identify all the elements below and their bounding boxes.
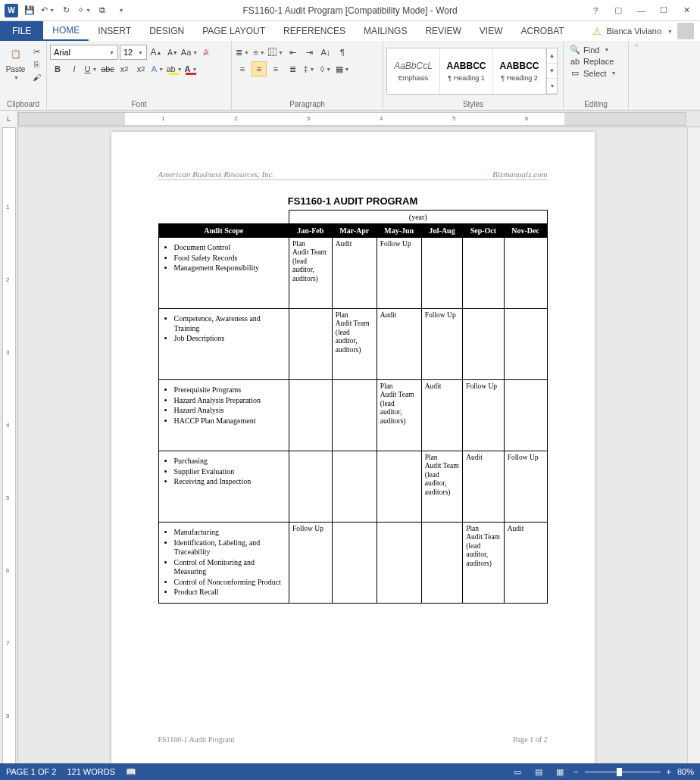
align-left-icon[interactable]: ≡ — [235, 61, 250, 76]
document-scroll[interactable]: American Business Resources, Inc. Bizman… — [18, 127, 687, 765]
tab-view[interactable]: VIEW — [470, 21, 512, 41]
tab-acrobat[interactable]: ACROBAT — [511, 21, 573, 41]
ribbon-display-icon[interactable]: ▢ — [608, 3, 629, 18]
zoom-in-button[interactable]: + — [667, 767, 671, 776]
word-app-icon[interactable]: W — [3, 2, 20, 19]
window-title: FS1160-1 Audit Program [Compatibility Mo… — [242, 5, 457, 16]
save-icon[interactable]: 💾 — [21, 2, 38, 19]
copy-icon[interactable]: ⎘ — [30, 58, 43, 70]
scope-cell: Competence, Awareness and TrainingJob De… — [158, 309, 289, 380]
borders-icon[interactable]: ▦▼ — [335, 61, 350, 76]
close-icon[interactable]: ✕ — [676, 3, 697, 18]
shading-icon[interactable]: ◊▼ — [318, 61, 333, 76]
tab-design[interactable]: DESIGN — [140, 21, 193, 41]
scope-item: Purchasing — [174, 457, 286, 466]
print-layout-icon[interactable]: ▤ — [531, 766, 546, 778]
align-center-icon[interactable]: ≡ — [252, 61, 267, 76]
table-row: Document ControlFood Safety RecordsManag… — [158, 238, 547, 309]
period-cell: Follow Up — [289, 523, 332, 604]
decrease-indent-icon[interactable]: ⇤ — [285, 45, 300, 60]
status-page[interactable]: PAGE 1 OF 2 — [6, 767, 56, 777]
italic-button[interactable]: I — [67, 61, 82, 76]
help-icon[interactable]: ? — [585, 3, 606, 18]
qat-customize-icon[interactable]: ▼ — [112, 2, 129, 19]
document-page[interactable]: American Business Resources, Inc. Bizman… — [111, 132, 595, 765]
font-size-combo[interactable]: 12▼ — [120, 45, 147, 60]
tab-pagelayout[interactable]: PAGE LAYOUT — [193, 21, 274, 41]
qat-item-icon[interactable]: ✧▼ — [76, 2, 92, 19]
scope-item: Competence, Awareness and Training — [174, 314, 286, 333]
increase-indent-icon[interactable]: ⇥ — [302, 45, 317, 60]
table-header-row: Audit Scope Jan-Feb Mar-Apr May-Jun Jul-… — [158, 224, 547, 238]
user-area[interactable]: ⚠ Bianca Viviano ▼ — [592, 21, 700, 41]
status-words[interactable]: 121 WORDS — [67, 767, 115, 777]
grow-font-icon[interactable]: A▲ — [148, 45, 164, 60]
multilevel-icon[interactable]: ⿲▼ — [268, 45, 283, 60]
change-case-icon[interactable]: Aa▼ — [182, 45, 197, 60]
numbering-icon[interactable]: ≡▼ — [252, 45, 267, 60]
tab-insert[interactable]: INSERT — [89, 21, 140, 41]
maximize-icon[interactable]: ☐ — [653, 3, 674, 18]
web-layout-icon[interactable]: ▦ — [552, 766, 567, 778]
superscript-button[interactable]: x2 — [133, 61, 148, 76]
tab-file[interactable]: FILE — [0, 21, 43, 41]
period-cell — [289, 451, 332, 523]
undo-icon[interactable]: ↶▼ — [39, 2, 56, 19]
scope-item: Control of Nonconforming Product — [174, 578, 286, 588]
period-cell — [332, 523, 377, 604]
select-button[interactable]: ▭Select▼ — [567, 67, 620, 79]
format-painter-icon[interactable]: 🖌 — [30, 71, 43, 83]
period-cell — [463, 309, 504, 380]
bold-button[interactable]: B — [50, 61, 65, 76]
qat-item2-icon[interactable]: ⧉ — [94, 2, 111, 19]
read-mode-icon[interactable]: ▭ — [510, 766, 525, 778]
align-right-icon[interactable]: ≡ — [268, 61, 283, 76]
redo-icon[interactable]: ↻ — [58, 2, 74, 19]
period-cell: Audit — [421, 380, 462, 451]
tab-review[interactable]: REVIEW — [416, 21, 470, 41]
sort-icon[interactable]: A↓ — [318, 45, 333, 60]
text-effects-icon[interactable]: A▼ — [150, 61, 165, 76]
show-marks-icon[interactable]: ¶ — [335, 45, 350, 60]
bullets-icon[interactable]: ≣▼ — [235, 45, 250, 60]
style-heading2[interactable]: AABBCC ¶ Heading 2 — [493, 48, 546, 94]
ribbon-tabs: FILE HOME INSERT DESIGN PAGE LAYOUT REFE… — [0, 21, 700, 41]
period-cell — [463, 238, 504, 309]
scope-cell: ManufacturingIdentification, Labeling, a… — [158, 523, 289, 604]
zoom-out-button[interactable]: − — [573, 767, 578, 776]
tab-home[interactable]: HOME — [43, 21, 89, 41]
zoom-level[interactable]: 80% — [677, 767, 694, 776]
style-heading1[interactable]: AABBCC ¶ Heading 1 — [440, 48, 493, 94]
replace-button[interactable]: abReplace — [567, 56, 617, 67]
highlight-icon[interactable]: ab▼ — [167, 61, 182, 76]
period-cell — [421, 523, 462, 604]
font-name-combo[interactable]: Arial▼ — [50, 45, 118, 60]
collapse-ribbon-icon[interactable]: ˆ — [629, 41, 644, 110]
minimize-icon[interactable]: — — [630, 3, 652, 18]
shrink-font-icon[interactable]: A▼ — [165, 45, 180, 60]
strikethrough-button[interactable]: abc — [100, 61, 115, 76]
underline-button[interactable]: U▼ — [83, 61, 98, 76]
styles-gallery[interactable]: AaBbCcL Emphasis AABBCC ¶ Heading 1 AABB… — [386, 48, 558, 95]
styles-scroll[interactable]: ▲▼▾ — [546, 48, 557, 94]
zoom-slider[interactable] — [585, 771, 661, 773]
vertical-ruler[interactable]: 1 2 3 4 5 6 7 8 — [2, 127, 16, 765]
find-button[interactable]: 🔍Find▼ — [567, 44, 612, 55]
cut-icon[interactable]: ✂ — [30, 45, 43, 58]
horizontal-ruler[interactable]: 1 2 3 4 5 6 — [18, 112, 686, 126]
subscript-button[interactable]: x2 — [117, 61, 132, 76]
status-proofing-icon[interactable]: 📖 — [126, 767, 136, 777]
tab-references[interactable]: REFERENCES — [274, 21, 355, 41]
font-color-icon[interactable]: A▼ — [183, 61, 198, 76]
clear-formatting-icon[interactable]: A̷ — [198, 45, 214, 60]
paste-button[interactable]: 📋 Paste ▼ — [3, 42, 28, 80]
style-emphasis[interactable]: AaBbCcL Emphasis — [387, 48, 440, 94]
status-bar: PAGE 1 OF 2 121 WORDS 📖 ▭ ▤ ▦ − + 80% — [0, 763, 700, 780]
justify-icon[interactable]: ≣ — [285, 61, 300, 76]
scope-item: Supplier Evaluation — [174, 467, 286, 477]
tab-selector[interactable]: L — [0, 111, 18, 127]
line-spacing-icon[interactable]: ‡▼ — [302, 61, 317, 76]
vertical-scrollbar[interactable] — [687, 127, 700, 765]
tab-mailings[interactable]: MAILINGS — [355, 21, 416, 41]
period-cell: Audit — [504, 523, 547, 604]
